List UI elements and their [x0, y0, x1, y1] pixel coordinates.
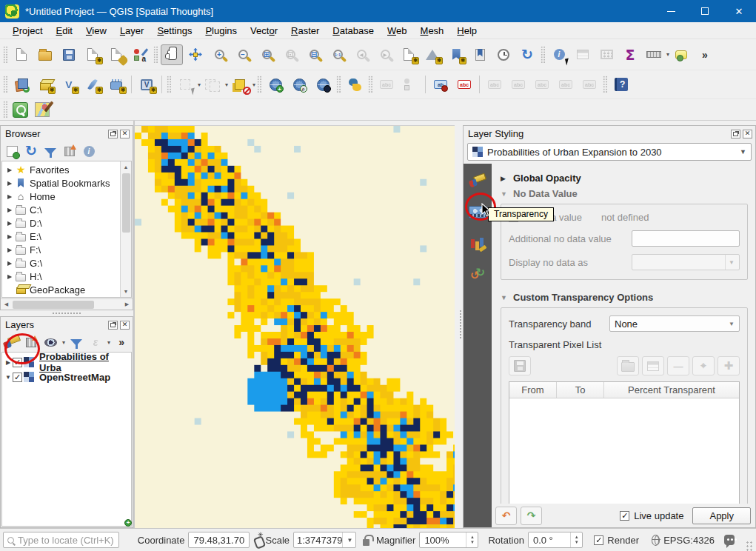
add-selected-layers-icon[interactable]: [4, 143, 20, 159]
live-update-checkbox[interactable]: ✓: [620, 511, 629, 521]
menu-settings[interactable]: Settings: [150, 24, 198, 38]
show-spatial-bookmarks-icon[interactable]: [469, 44, 491, 65]
filter-layers-icon[interactable]: [229, 74, 251, 95]
browser-float-button[interactable]: [108, 130, 118, 138]
scroll-right-arrow[interactable]: ▶: [121, 299, 133, 310]
toolbar-handle[interactable]: [167, 76, 172, 93]
menu-mesh[interactable]: Mesh: [414, 24, 451, 38]
temporal-controller-icon[interactable]: [492, 44, 515, 65]
filter-by-expression-icon[interactable]: ε: [87, 334, 104, 350]
layer-visibility-checkbox[interactable]: ✓: [13, 373, 22, 382]
menu-view[interactable]: View: [79, 24, 113, 38]
select-by-form-icon[interactable]: [201, 74, 224, 95]
toolbar-handle[interactable]: [257, 76, 262, 93]
apply-button[interactable]: Apply: [692, 507, 751, 524]
new-virtual-layer-icon[interactable]: V✱: [136, 74, 158, 95]
toolbar-handle[interactable]: [603, 76, 608, 93]
rotation-spinbox[interactable]: 0.0 ° ▲▼: [528, 532, 583, 548]
expander-icon[interactable]: ▶: [5, 167, 14, 173]
pin-unpin-labels-icon[interactable]: ab: [429, 74, 452, 95]
browser-item-g[interactable]: ▶G:\: [2, 256, 120, 270]
rotate-label-icon[interactable]: abc: [555, 74, 577, 95]
scale-combo[interactable]: 1:3747379 ▼: [293, 532, 356, 548]
new-shapefile-layer-icon[interactable]: V✱: [58, 74, 80, 95]
styling-close-button[interactable]: ✕: [743, 130, 752, 138]
expander-icon[interactable]: ▶: [5, 193, 14, 200]
locator-search-input[interactable]: Type to locate (Ctrl+K): [3, 532, 119, 548]
add-values-from-display-button[interactable]: ⌖: [692, 356, 715, 375]
scroll-thumb[interactable]: [122, 173, 130, 233]
scroll-up-arrow[interactable]: ▲: [121, 161, 132, 173]
coordinate-input[interactable]: 79.48,31.70: [188, 532, 250, 548]
expander-icon[interactable]: ▶: [5, 220, 14, 227]
menu-vector[interactable]: Vector: [244, 24, 284, 38]
histogram-tab-icon[interactable]: [466, 233, 489, 253]
spin-arrows[interactable]: ▲▼: [570, 532, 582, 547]
browser-item-spatial-bookmarks[interactable]: ▶Spatial Bookmarks: [2, 176, 120, 190]
browser-item-geopackage[interactable]: GeoPackage: [2, 283, 120, 296]
dropdown-caret-icon[interactable]: ▾: [62, 339, 65, 346]
refresh-icon[interactable]: ↻: [516, 44, 538, 65]
new-project-icon[interactable]: [10, 44, 33, 65]
minimize-button[interactable]: [654, 0, 688, 22]
pan-to-selection-icon[interactable]: [184, 44, 207, 65]
zoom-in-icon[interactable]: +: [208, 44, 230, 65]
menu-web[interactable]: Web: [381, 24, 414, 38]
dropdown-caret-icon[interactable]: ▾: [225, 81, 228, 88]
magnifier-spinbox[interactable]: 100% ▲▼: [419, 532, 478, 548]
menu-project[interactable]: Project: [6, 24, 50, 38]
crs-label[interactable]: EPSG:4326: [663, 535, 715, 546]
data-source-manager-icon[interactable]: +: [10, 74, 33, 95]
close-button[interactable]: ✕: [722, 0, 756, 22]
filter-legend-icon[interactable]: [68, 334, 84, 350]
expander-icon[interactable]: ▶: [5, 260, 14, 267]
column-header-from[interactable]: From: [509, 382, 557, 398]
global-opacity-section[interactable]: ▶ Global Opacity: [501, 173, 748, 184]
zoom-last-icon[interactable]: ◂: [350, 44, 372, 65]
show-hide-labels-icon[interactable]: abc: [507, 74, 529, 95]
no-data-value-section[interactable]: ▼ No Data Value: [501, 188, 748, 199]
history-tab-icon[interactable]: ↺↻: [466, 264, 489, 284]
browser-item-e[interactable]: ▶E:\: [2, 230, 120, 243]
change-label-icon[interactable]: abc: [578, 74, 601, 95]
additional-no-data-input[interactable]: [632, 230, 740, 247]
browser-horizontal-scrollbar[interactable]: ◀ ▶: [1, 298, 133, 310]
browser-item-home[interactable]: ▶⌂Home: [2, 190, 120, 203]
refresh-browser-icon[interactable]: ↻: [23, 143, 39, 159]
menu-plugins[interactable]: Plugins: [198, 24, 244, 38]
browser-vertical-scrollbar[interactable]: ▲ ▼: [120, 161, 131, 297]
search-plugin-icon[interactable]: [10, 100, 30, 119]
move-label-icon[interactable]: abc: [484, 74, 506, 95]
zoom-to-layer-icon[interactable]: ⊟: [303, 44, 325, 65]
toolbar-handle[interactable]: [153, 46, 158, 64]
scroll-down-arrow[interactable]: ▼: [121, 286, 132, 297]
expander-icon[interactable]: ▶: [5, 273, 14, 280]
styling-float-button[interactable]: [731, 130, 740, 138]
new-print-layout-icon[interactable]: ✱: [81, 44, 104, 65]
python-console-icon[interactable]: [344, 74, 366, 95]
dropdown-caret-icon[interactable]: ▾: [666, 51, 669, 58]
dropdown-caret-icon[interactable]: ▾: [107, 339, 110, 346]
menu-edit[interactable]: Edit: [50, 24, 79, 38]
redo-button[interactable]: ↷: [521, 507, 542, 525]
toolbar-handle[interactable]: [3, 46, 8, 64]
expander-icon[interactable]: ▶: [5, 247, 14, 253]
menu-database[interactable]: Database: [326, 24, 381, 38]
display-no-data-combo[interactable]: ▼: [632, 254, 740, 270]
symbology-tab-icon[interactable]: [466, 171, 489, 190]
new-temporary-scratch-layer-icon[interactable]: ✱: [105, 74, 127, 95]
add-group-icon[interactable]: +: [23, 334, 39, 350]
metasearch-new-connection-icon[interactable]: +: [264, 74, 287, 95]
move-label-diagram-icon[interactable]: abc: [531, 74, 553, 95]
layers-float-button[interactable]: [108, 321, 118, 330]
style-manager-icon[interactable]: a: [129, 44, 151, 65]
new-map-view-icon[interactable]: ✱: [398, 44, 420, 65]
zoom-to-selection-icon[interactable]: ⊡: [279, 44, 301, 65]
resize-grip[interactable]: [746, 541, 753, 551]
save-pixel-list-button[interactable]: [509, 356, 531, 375]
save-project-icon[interactable]: [58, 44, 80, 65]
toolbar-handle[interactable]: [3, 101, 8, 118]
layout-manager-icon[interactable]: [105, 44, 127, 65]
open-layer-styling-panel-icon[interactable]: [4, 334, 20, 350]
column-header-percent[interactable]: Percent Transparent: [604, 382, 739, 398]
